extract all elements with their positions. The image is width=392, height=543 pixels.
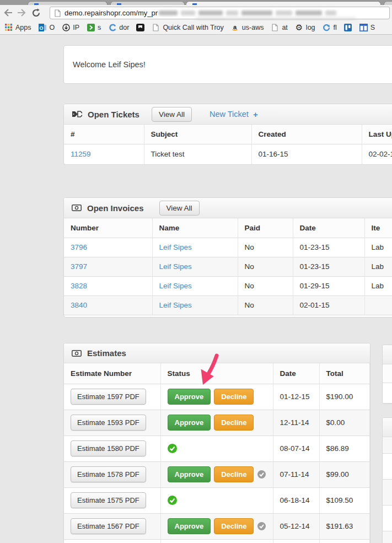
estimate-total: $191.63 xyxy=(319,513,370,539)
browser-tab-strip xyxy=(0,0,392,5)
bookmark-s2[interactable]: S xyxy=(359,23,375,31)
download-circle-icon xyxy=(62,23,70,31)
browser-toolbar: demo.repairshopr.com/my_pr xyxy=(0,5,392,20)
page-icon xyxy=(152,23,160,31)
invoice-number-link[interactable]: 3828 xyxy=(71,282,87,290)
open-invoices-panel: Open Invoices View All Number Name Paid … xyxy=(63,197,392,318)
table-row: 3828 Leif Sipes No 01-29-15 Lab xyxy=(64,276,392,295)
green-arrow-icon xyxy=(87,23,95,31)
plus-icon[interactable]: + xyxy=(253,110,258,119)
bookmark-label: Apps xyxy=(15,24,31,31)
table-row: 3797 Leif Sipes No 01-23-15 Lab xyxy=(64,257,392,276)
column-header: Number xyxy=(64,218,152,238)
ticket-last-updated: 02-02-15 xyxy=(362,144,392,164)
invoices-view-all-button[interactable]: View All xyxy=(159,201,200,216)
invoice-items: Lab xyxy=(364,238,392,257)
bookmark-log[interactable]: ⚙ log xyxy=(295,23,315,31)
invoice-items: Lab xyxy=(364,276,392,295)
invoice-paid: No xyxy=(238,276,293,295)
decline-button[interactable]: Decline xyxy=(214,415,254,431)
reload-icon[interactable] xyxy=(30,7,41,18)
tickets-view-all-button[interactable]: View All xyxy=(152,107,192,122)
column-header: Subject xyxy=(144,125,251,144)
estimates-table: Estimate Number Status Date Total Estima… xyxy=(64,363,370,543)
estimate-pdf-button[interactable]: Estimate 1597 PDF xyxy=(71,389,146,405)
bookmark-apps[interactable]: Apps xyxy=(4,23,31,31)
table-row xyxy=(64,539,370,543)
bookmark-quick-call[interactable]: Quick Call with Troy xyxy=(152,23,223,31)
url-text: demo.repairshopr.com/my_pr xyxy=(65,9,158,17)
bookmark-us-aws[interactable]: a us-aws xyxy=(231,23,264,31)
invoice-customer-link[interactable]: Leif Sipes xyxy=(159,243,192,251)
decline-button[interactable]: Decline xyxy=(214,466,254,482)
table-row: Estimate 1597 PDF Approve Decline 01-12-… xyxy=(64,384,370,410)
bookmark-label: us-aws xyxy=(242,24,264,31)
svg-text:O: O xyxy=(39,25,43,30)
open-invoices-title: Open Invoices xyxy=(87,203,144,213)
bookmark-at[interactable]: at xyxy=(271,23,287,31)
back-icon[interactable] xyxy=(3,7,14,18)
approved-check-icon xyxy=(168,496,177,505)
decline-button[interactable]: Decline xyxy=(214,518,254,534)
welcome-message: Welcome Leif Sipes! xyxy=(73,60,146,69)
column-header: Total xyxy=(319,363,370,384)
money-icon xyxy=(72,350,82,357)
bookmark-dor[interactable]: dor xyxy=(108,23,129,31)
cutoff-panel-heading xyxy=(383,345,392,364)
estimate-total: $190.00 xyxy=(319,384,370,410)
invoice-customer-link[interactable]: Leif Sipes xyxy=(159,301,192,309)
column-header: Date xyxy=(273,363,319,384)
bookmark-fl[interactable]: fl xyxy=(323,23,337,31)
bookmarks-bar: Apps O O IP s dor Quick Call with Troy a… xyxy=(0,20,392,35)
invoice-customer-link[interactable]: Leif Sipes xyxy=(159,262,192,271)
invoice-date: 01-23-15 xyxy=(293,238,364,257)
forward-icon[interactable] xyxy=(16,7,27,18)
estimate-pdf-button[interactable]: Estimate 1593 PDF xyxy=(71,415,146,431)
column-header: Ite xyxy=(364,218,392,238)
estimate-pdf-button[interactable]: Estimate 1567 PDF xyxy=(71,518,146,534)
new-ticket-link[interactable]: New Ticket xyxy=(210,110,249,119)
approve-button[interactable]: Approve xyxy=(168,466,211,482)
estimate-pdf-button[interactable]: Estimate 1578 PDF xyxy=(71,466,146,482)
bookmark-trello[interactable] xyxy=(344,23,352,31)
bookmark-label: Quick Call with Troy xyxy=(163,24,223,31)
gray-check-icon xyxy=(257,470,266,479)
bookmark-outlook[interactable]: O O xyxy=(39,23,55,31)
invoice-number-link[interactable]: 3797 xyxy=(71,262,87,271)
invoice-date: 01-29-15 xyxy=(293,276,364,295)
approve-button[interactable]: Approve xyxy=(168,518,211,534)
cutoff-panel xyxy=(382,417,392,543)
estimate-total: $109.50 xyxy=(319,487,370,513)
estimate-total: $99.00 xyxy=(319,461,370,487)
estimates-heading: Estimates xyxy=(64,343,370,363)
invoice-paid: No xyxy=(238,238,293,257)
decline-button[interactable]: Decline xyxy=(214,389,254,405)
ticket-subject: Ticket test xyxy=(144,144,251,164)
cutoff-panel-heading xyxy=(383,418,392,437)
estimate-pdf-button[interactable]: Estimate 1575 PDF xyxy=(71,492,146,508)
approve-button[interactable]: Approve xyxy=(168,389,211,405)
ticket-number-link[interactable]: 11259 xyxy=(71,150,91,158)
bookmark-s[interactable]: s xyxy=(87,23,101,31)
split-window-icon xyxy=(359,23,368,31)
approve-button[interactable]: Approve xyxy=(168,415,211,431)
open-invoices-heading: Open Invoices View All xyxy=(64,198,392,218)
cutoff-panel xyxy=(382,345,392,404)
estimate-total: $86.89 xyxy=(319,436,370,461)
estimate-pdf-button[interactable]: Estimate 1580 PDF xyxy=(71,440,146,456)
invoice-number-link[interactable]: 3796 xyxy=(71,243,87,251)
column-header: Estimate Number xyxy=(64,363,160,384)
bookmark-label: dor xyxy=(119,24,129,31)
invoice-customer-link[interactable]: Leif Sipes xyxy=(159,282,192,290)
blue-c-icon xyxy=(108,23,116,31)
table-row: Estimate 1578 PDF Approve Decline 07-11-… xyxy=(64,461,370,487)
estimate-date: 06-18-14 xyxy=(273,487,319,513)
invoice-paid: No xyxy=(238,295,293,315)
invoice-number-link[interactable]: 3840 xyxy=(71,301,87,309)
bookmark-ip[interactable]: IP xyxy=(62,23,79,31)
gear-icon: ⚙ xyxy=(295,23,303,31)
column-header: # xyxy=(64,125,144,144)
bookmark-flag[interactable] xyxy=(136,23,144,31)
column-header: Last Upda xyxy=(362,125,392,144)
url-bar[interactable]: demo.repairshopr.com/my_pr xyxy=(50,7,390,19)
